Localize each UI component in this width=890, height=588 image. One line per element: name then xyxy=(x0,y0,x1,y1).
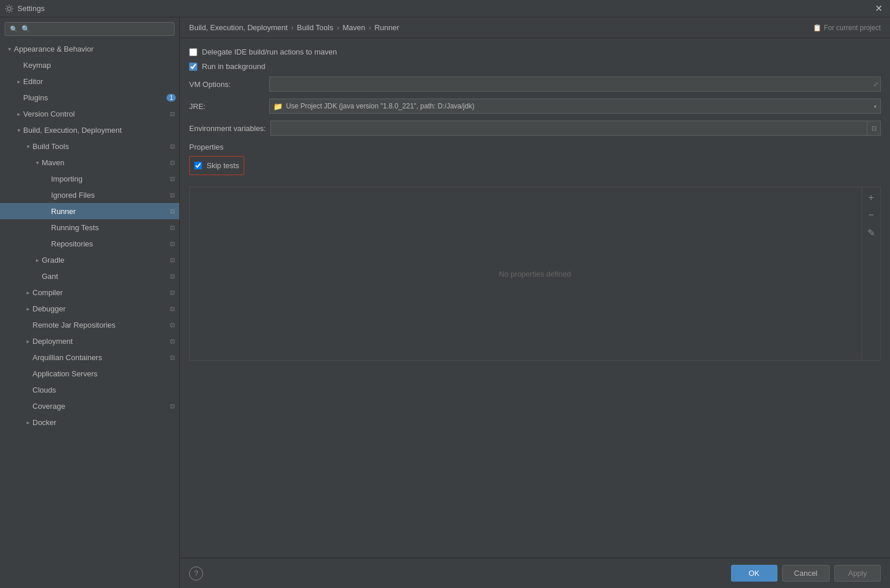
sidebar-item-maven[interactable]: Maven ⊡ xyxy=(0,154,179,170)
sidebar-item-build-execution-deployment[interactable]: Build, Execution, Deployment xyxy=(0,122,179,138)
jre-dropdown[interactable]: 📁 Use Project JDK (java version "1.8.0_2… xyxy=(269,99,881,114)
env-label: Environment variables: xyxy=(189,124,266,133)
label-arquillian: Arquillian Containers xyxy=(32,353,168,362)
copy-icon-debugger: ⊡ xyxy=(168,304,177,313)
sidebar-item-editor[interactable]: Editor xyxy=(0,73,179,89)
jre-dropdown-text: 📁 Use Project JDK (java version "1.8.0_2… xyxy=(273,102,874,111)
breadcrumb-build-tools[interactable]: Build Tools xyxy=(297,23,334,32)
sidebar-item-importing[interactable]: Importing ⊡ xyxy=(0,170,179,187)
sidebar-item-plugins[interactable]: Plugins 1 xyxy=(0,89,179,106)
run-background-label[interactable]: Run in background xyxy=(202,62,265,71)
copy-icon-importing: ⊡ xyxy=(168,174,177,183)
sidebar-item-application-servers[interactable]: Application Servers xyxy=(0,365,179,382)
sidebar-item-docker[interactable]: Docker xyxy=(0,414,179,430)
sidebar-item-remote-jar[interactable]: Remote Jar Repositories ⊡ xyxy=(0,317,179,333)
for-project-icon: 📋 xyxy=(813,24,822,32)
search-box[interactable]: 🔍 xyxy=(5,22,175,36)
sidebar-item-gradle[interactable]: Gradle ⊡ xyxy=(0,252,179,268)
sidebar-item-build-tools[interactable]: Build Tools ⊡ xyxy=(0,138,179,154)
ok-button[interactable]: OK xyxy=(731,565,777,582)
copy-icon-version-control: ⊡ xyxy=(168,109,177,118)
label-gant: Gant xyxy=(42,272,168,281)
env-browse-button[interactable]: ⊡ xyxy=(867,121,881,136)
properties-header: Properties xyxy=(189,143,881,151)
jre-dropdown-arrow: ▾ xyxy=(874,103,877,110)
label-build-tools: Build Tools xyxy=(32,142,168,151)
copy-icon-coverage: ⊡ xyxy=(168,401,177,411)
vm-expand-icon[interactable]: ⤢ xyxy=(872,79,880,89)
for-project[interactable]: 📋 For current project xyxy=(813,24,881,32)
sidebar: 🔍 Appearance & Behavior Keymap Editor xyxy=(0,17,180,588)
arrow-build-execution xyxy=(14,125,23,135)
arrow-appearance-behavior xyxy=(5,44,14,53)
close-button[interactable]: ✕ xyxy=(871,2,885,16)
breadcrumb-build-execution[interactable]: Build, Execution, Deployment xyxy=(189,23,288,32)
search-input[interactable] xyxy=(21,25,169,33)
sidebar-item-debugger[interactable]: Debugger ⊡ xyxy=(0,300,179,317)
label-deployment: Deployment xyxy=(32,337,168,346)
sidebar-item-clouds[interactable]: Clouds xyxy=(0,382,179,398)
window-title: Settings xyxy=(17,4,45,13)
search-icon: 🔍 xyxy=(10,26,18,33)
bottom-left: ? xyxy=(189,567,203,580)
run-background-checkbox[interactable] xyxy=(189,63,197,71)
sidebar-item-gant[interactable]: Gant ⊡ xyxy=(0,268,179,284)
properties-box: Skip tests xyxy=(189,156,244,175)
label-compiler: Compiler xyxy=(32,288,168,297)
sidebar-item-arquillian[interactable]: Arquillian Containers ⊡ xyxy=(0,349,179,365)
title-bar-left: Settings xyxy=(5,4,45,13)
sidebar-item-ignored-files[interactable]: Ignored Files ⊡ xyxy=(0,187,179,203)
vm-input-wrap: ⤢ xyxy=(269,77,881,92)
jre-folder-icon: 📁 xyxy=(273,102,283,111)
env-input-row: ⊡ xyxy=(270,121,881,136)
breadcrumb-runner: Runner xyxy=(374,23,399,32)
help-button[interactable]: ? xyxy=(189,567,203,580)
env-row: Environment variables: ⊡ xyxy=(189,121,881,136)
skip-tests-checkbox[interactable] xyxy=(194,162,202,169)
copy-icon-gradle: ⊡ xyxy=(168,255,177,264)
copy-icon-gant: ⊡ xyxy=(168,271,177,281)
breadcrumb-maven[interactable]: Maven xyxy=(342,23,365,32)
sidebar-item-appearance-behavior[interactable]: Appearance & Behavior xyxy=(0,41,179,57)
env-input[interactable] xyxy=(270,121,867,136)
label-editor: Editor xyxy=(23,77,179,86)
jre-label: JRE: xyxy=(189,102,265,111)
arrow-compiler xyxy=(23,288,32,297)
remove-property-button[interactable]: − xyxy=(863,207,880,223)
breadcrumb-sep-1: › xyxy=(291,24,294,32)
for-project-label: For current project xyxy=(824,24,881,32)
sidebar-item-repositories[interactable]: Repositories ⊡ xyxy=(0,235,179,252)
sidebar-item-deployment[interactable]: Deployment ⊡ xyxy=(0,333,179,349)
sidebar-item-running-tests[interactable]: Running Tests ⊡ xyxy=(0,219,179,235)
apply-button[interactable]: Apply xyxy=(834,565,881,582)
sidebar-item-compiler[interactable]: Compiler ⊡ xyxy=(0,284,179,300)
label-gradle: Gradle xyxy=(42,256,168,264)
vm-options-input[interactable] xyxy=(269,77,881,92)
cancel-button[interactable]: Cancel xyxy=(782,565,830,582)
copy-icon-runner: ⊡ xyxy=(168,206,177,216)
edit-property-button[interactable]: ✎ xyxy=(863,224,880,241)
skip-tests-label[interactable]: Skip tests xyxy=(207,161,239,170)
label-maven: Maven xyxy=(42,158,168,167)
copy-icon-maven: ⊡ xyxy=(168,158,177,167)
label-repositories: Repositories xyxy=(51,239,168,248)
delegate-label[interactable]: Delegate IDE build/run actions to maven xyxy=(202,48,337,56)
label-build-execution-deployment: Build, Execution, Deployment xyxy=(23,126,179,135)
sidebar-item-coverage[interactable]: Coverage ⊡ xyxy=(0,398,179,414)
sidebar-item-version-control[interactable]: Version Control ⊡ xyxy=(0,106,179,122)
label-application-servers: Application Servers xyxy=(32,369,179,378)
label-remote-jar: Remote Jar Repositories xyxy=(32,321,168,329)
breadcrumb-sep-3: › xyxy=(368,24,371,32)
delegate-checkbox[interactable] xyxy=(189,48,197,56)
label-runner: Runner xyxy=(51,207,168,216)
arrow-deployment xyxy=(23,336,32,346)
sidebar-item-keymap[interactable]: Keymap xyxy=(0,57,179,73)
label-plugins: Plugins xyxy=(23,93,167,102)
add-property-button[interactable]: + xyxy=(863,190,880,206)
breadcrumb: Build, Execution, Deployment › Build Too… xyxy=(180,17,890,38)
jre-value: Use Project JDK (java version "1.8.0_221… xyxy=(286,102,475,110)
label-clouds: Clouds xyxy=(32,386,179,394)
sidebar-item-runner[interactable]: Runner ⊡ xyxy=(0,203,179,219)
arrow-version-control xyxy=(14,109,23,118)
copy-icon-deployment: ⊡ xyxy=(168,336,177,346)
